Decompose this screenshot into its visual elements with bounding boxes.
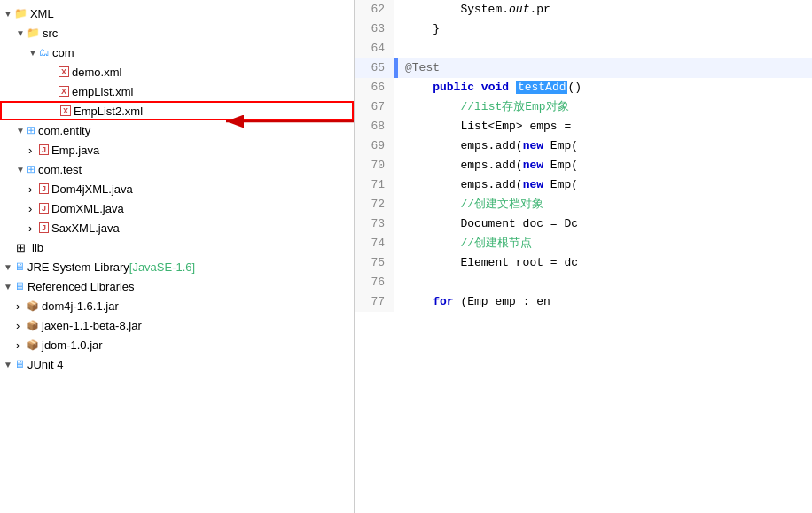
tree-item-demo-xml[interactable]: X demo.xml (0, 62, 354, 82)
code-line-62: 62 System.out.pr (355, 0, 812, 19)
ref-libs-icon: 🖥 (14, 280, 25, 292)
code-line-72: 72 //创建文档对象 (355, 195, 812, 214)
line-num-74: 74 (355, 234, 394, 253)
code-line-77: 77 for (Emp emp : en (355, 292, 812, 312)
line-content-67: //list存放Emp对象 (394, 97, 569, 117)
jar-icon-dom4j: 📦 (27, 300, 39, 312)
tree-item-lib[interactable]: ⊞ lib (0, 237, 354, 257)
line-content-63: } (394, 19, 440, 39)
folder-icon: 📁 (14, 7, 27, 19)
jre-suffix: [JavaSE-1.6] (129, 260, 195, 274)
tree-item-com-test[interactable]: ▼ ⊞ com.test (0, 159, 354, 179)
tree-item-ref-libs[interactable]: ▼ 🖥 Referenced Libraries (0, 276, 354, 296)
tree-item-jre[interactable]: ▼ 🖥 JRE System Library [JavaSE-1.6] (0, 257, 354, 276)
line-num-67: 67 (355, 97, 394, 117)
tree-label-junit: JUnit 4 (27, 358, 63, 371)
tree-label-emp-java: Emp.java (51, 144, 99, 157)
tree-label-demo-xml: demo.xml (72, 66, 121, 79)
line-content-73: Document doc = Dc (394, 214, 578, 234)
tree-label-com-test: com.test (38, 163, 82, 176)
code-line-73: 73 Document doc = Dc (355, 214, 812, 234)
line-num-77: 77 (355, 292, 394, 312)
code-line-69: 69 emps.add(new Emp( (355, 136, 812, 156)
code-line-75: 75 Element root = dc (355, 253, 812, 273)
code-line-68: 68 List<Emp> emps = (355, 117, 812, 136)
code-line-67: 67 //list存放Emp对象 (355, 97, 812, 117)
line-content-71: emps.add(new Emp( (394, 175, 578, 195)
line-content-69: emps.add(new Emp( (394, 136, 578, 156)
java-icon-dom4j: J (39, 183, 49, 194)
tree-label-emplist2-xml: EmpList2.xml (74, 105, 143, 118)
tree-label-com: com (52, 46, 74, 59)
expand-jre: ▼ (4, 262, 12, 272)
line-num-73: 73 (355, 214, 394, 234)
package-icon-test: ⊞ (27, 163, 35, 175)
tree-item-saxxml-java[interactable]: › J SaxXML.java (0, 218, 354, 237)
code-line-70: 70 emps.add(new Emp( (355, 156, 812, 175)
tree-item-com-entity[interactable]: ▼ ⊞ com.entity (0, 120, 354, 140)
line-content-70: emps.add(new Emp( (394, 156, 578, 175)
tree-item-junit[interactable]: ▼ 🖥 JUnit 4 (0, 354, 354, 374)
tree-label-jaxen-jar: jaxen-1.1-beta-8.jar (42, 319, 142, 332)
jre-icon: 🖥 (14, 260, 25, 273)
java-icon-emp: J (39, 144, 49, 155)
line-content-62: System.out.pr (394, 0, 550, 19)
line-content-68: List<Emp> emps = (394, 117, 571, 136)
line-num-64: 64 (355, 39, 394, 58)
line-num-65: 65 (355, 58, 394, 78)
folder-icon-src: 📁 (27, 27, 40, 39)
tree-label-dom4j-jar: dom4j-1.6.1.jar (42, 299, 119, 313)
line-num-68: 68 (355, 117, 394, 136)
jar-icon-jdom: 📦 (27, 339, 39, 351)
junit-icon: 🖥 (14, 358, 25, 370)
line-content-75: Element root = dc (394, 253, 578, 273)
code-line-64: 64 (355, 39, 812, 58)
code-line-63: 63 } (355, 19, 812, 39)
tree-item-emplist2-xml[interactable]: X EmpList2.xml (0, 101, 354, 120)
expand-junit: ▼ (4, 360, 12, 369)
java-icon-saxxml: J (39, 222, 49, 233)
tree-label-domxml-java: DomXML.java (51, 202, 124, 215)
code-line-76: 76 (355, 273, 812, 292)
tree-label-jre: JRE System Library (27, 260, 129, 274)
expand-com-test: ▼ (16, 165, 25, 175)
tree-item-xml[interactable]: ▼ 📁 XML (0, 4, 354, 23)
line-content-77: for (Emp emp : en (394, 292, 550, 312)
tree-label-emplist-xml: empList.xml (72, 85, 133, 98)
tree-label-com-entity: com.entity (38, 124, 90, 137)
expand-ref-libs: ▼ (4, 282, 12, 291)
code-editor-panel: 62 System.out.pr 63 } 64 65 @Test 66 pub… (355, 0, 812, 513)
java-icon-domxml: J (39, 203, 49, 214)
tree-label-saxxml-java: SaxXML.java (51, 222, 120, 235)
line-num-72: 72 (355, 195, 394, 214)
code-line-74: 74 //创建根节点 (355, 234, 812, 253)
tree-item-emp-java[interactable]: › J Emp.java (0, 140, 354, 159)
expand-com: ▼ (28, 48, 37, 58)
xml-icon-emplist: X (59, 86, 69, 97)
tree-item-dom4j-java[interactable]: › J Dom4jXML.java (0, 179, 354, 198)
tree-item-jdom-jar[interactable]: › 📦 jdom-1.0.jar (0, 335, 354, 354)
line-num-69: 69 (355, 136, 394, 156)
xml-icon-demo: X (59, 66, 69, 77)
line-num-76: 76 (355, 273, 394, 292)
line-num-62: 62 (355, 0, 394, 19)
code-line-71: 71 emps.add(new Emp( (355, 175, 812, 195)
expand-com-entity: ▼ (16, 126, 25, 136)
tree-label-xml: XML (30, 7, 54, 20)
file-tree-panel: ▼ 📁 XML ▼ 📁 src ▼ 🗂 com X demo.xml X emp… (0, 0, 355, 513)
tree-label-dom4j-java: Dom4jXML.java (51, 183, 133, 196)
tree-item-emplist-xml[interactable]: X empList.xml (0, 82, 354, 101)
tree-item-domxml-java[interactable]: › J DomXML.java (0, 198, 354, 218)
line-num-70: 70 (355, 156, 394, 175)
code-line-65: 65 @Test (355, 58, 812, 78)
line-num-63: 63 (355, 19, 394, 39)
expand-src: ▼ (16, 28, 25, 38)
code-line-66: 66 public void testAdd() (355, 78, 812, 97)
tree-item-jaxen-jar[interactable]: › 📦 jaxen-1.1-beta-8.jar (0, 315, 354, 335)
package-icon-entity: ⊞ (27, 124, 35, 136)
package-icon-com: 🗂 (39, 46, 50, 58)
line-num-75: 75 (355, 253, 394, 273)
tree-item-com[interactable]: ▼ 🗂 com (0, 43, 354, 62)
tree-item-dom4j-jar[interactable]: › 📦 dom4j-1.6.1.jar (0, 296, 354, 315)
tree-item-src[interactable]: ▼ 📁 src (0, 23, 354, 43)
